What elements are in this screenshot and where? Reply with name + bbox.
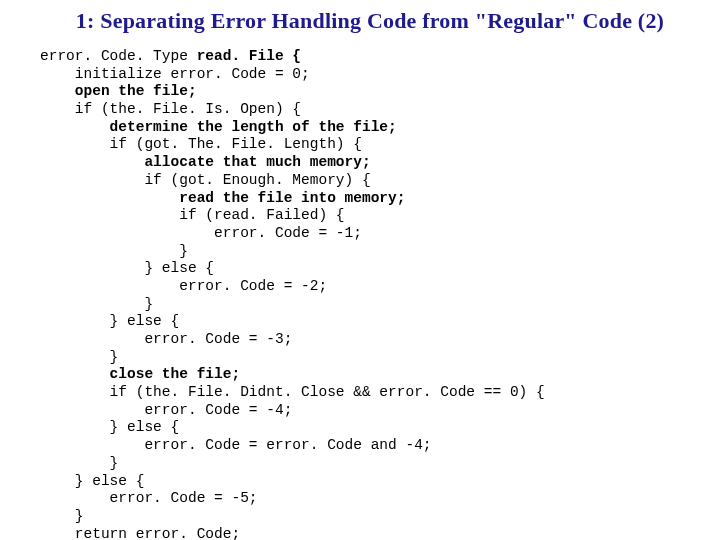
code-bold: open the file; (40, 83, 197, 99)
code-line: } else { (40, 260, 214, 276)
slide-title: 1: Separating Error Handling Code from "… (40, 8, 700, 34)
slide-container: 1: Separating Error Handling Code from "… (0, 0, 720, 540)
code-line: return error. Code; (40, 526, 240, 540)
code-line: } (40, 455, 118, 471)
code-line: } else { (40, 419, 179, 435)
code-line: if (read. Failed) { (40, 207, 345, 223)
code-line: } else { (40, 473, 144, 489)
code-line: if (got. Enough. Memory) { (40, 172, 371, 188)
code-line: error. Code. Type (40, 48, 197, 64)
code-bold: read. File { (197, 48, 301, 64)
code-line: error. Code = -2; (40, 278, 327, 294)
code-bold: read the file into memory; (40, 190, 405, 206)
code-line: } (40, 243, 188, 259)
code-line: error. Code = -4; (40, 402, 292, 418)
code-line: error. Code = -5; (40, 490, 258, 506)
code-line: initialize error. Code = 0; (40, 66, 310, 82)
code-line: error. Code = -3; (40, 331, 292, 347)
code-line: error. Code = -1; (40, 225, 362, 241)
code-line: } else { (40, 313, 179, 329)
code-line: } (40, 349, 118, 365)
code-line: } (40, 508, 84, 524)
code-bold: determine the length of the file; (40, 119, 397, 135)
code-line: if (got. The. File. Length) { (40, 136, 362, 152)
code-block: error. Code. Type read. File { initializ… (40, 48, 700, 540)
code-bold: close the file; (40, 366, 240, 382)
code-bold: allocate that much memory; (40, 154, 371, 170)
code-line: } (40, 296, 153, 312)
code-line: if (the. File. Didnt. Close && error. Co… (40, 384, 545, 400)
code-line: error. Code = error. Code and -4; (40, 437, 432, 453)
code-line: if (the. File. Is. Open) { (40, 101, 301, 117)
